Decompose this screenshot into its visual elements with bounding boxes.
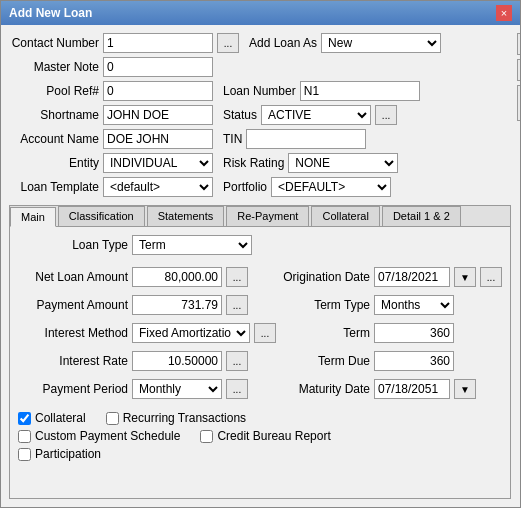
payment-amount-ellipsis[interactable]: ... (226, 295, 248, 315)
tab-collateral[interactable]: Collateral (311, 206, 379, 226)
window-title: Add New Loan (9, 6, 92, 20)
credit-bureau-label: Credit Bureau Report (217, 429, 330, 443)
loan-template-select[interactable]: <default> (103, 177, 213, 197)
add-loan-as-label: Add Loan As (249, 36, 317, 50)
interest-rate-input[interactable] (132, 351, 222, 371)
portfolio-label: Portfolio (223, 180, 267, 194)
recurring-transactions-checkbox[interactable] (106, 412, 119, 425)
status-select[interactable]: ACTIVE (261, 105, 371, 125)
loan-type-label: Loan Type (18, 238, 128, 252)
net-loan-amount-input[interactable] (132, 267, 222, 287)
status-label: Status (223, 108, 257, 122)
loan-type-select[interactable]: Term (132, 235, 252, 255)
recurring-transactions-label: Recurring Transactions (123, 411, 246, 425)
tin-input[interactable] (246, 129, 366, 149)
payment-period-label: Payment Period (18, 382, 128, 396)
main-tab-content: Loan Type Term Net Loan Amount ... (10, 227, 510, 498)
contact-number-input[interactable] (103, 33, 213, 53)
ok-button[interactable]: OK (517, 33, 520, 55)
contact-number-label: Contact Number (9, 36, 99, 50)
interest-method-label: Interest Method (18, 326, 128, 340)
maturity-date-cal[interactable]: ▼ (454, 379, 476, 399)
participation-checkbox[interactable] (18, 448, 31, 461)
loan-template-label: Loan Template (9, 180, 99, 194)
maturity-date-input[interactable] (374, 379, 450, 399)
master-note-label: Master Note (9, 60, 99, 74)
origination-date-input[interactable] (374, 267, 450, 287)
loan-number-input[interactable] (300, 81, 420, 101)
origination-date-cal[interactable]: ▼ (454, 267, 476, 287)
interest-method-ellipsis[interactable]: ... (254, 323, 276, 343)
term-type-select[interactable]: Months (374, 295, 454, 315)
entity-select[interactable]: INDIVIDUAL (103, 153, 213, 173)
participation-label: Participation (35, 447, 101, 461)
term-input[interactable] (374, 323, 454, 343)
risk-rating-label: Risk Rating (223, 156, 284, 170)
payment-amount-input[interactable] (132, 295, 222, 315)
payment-period-select[interactable]: Monthly (132, 379, 222, 399)
interest-rate-label: Interest Rate (18, 354, 128, 368)
account-name-input[interactable] (103, 129, 213, 149)
payment-amount-label: Payment Amount (18, 298, 128, 312)
payment-period-ellipsis[interactable]: ... (226, 379, 248, 399)
tab-main[interactable]: Main (10, 207, 56, 227)
tin-label: TIN (223, 132, 242, 146)
interest-rate-ellipsis[interactable]: ... (226, 351, 248, 371)
maturity-date-label: Maturity Date (280, 382, 370, 396)
risk-rating-select[interactable]: NONE (288, 153, 398, 173)
add-loan-as-select[interactable]: New (321, 33, 441, 53)
tab-classification[interactable]: Classification (58, 206, 145, 226)
credit-bureau-checkbox[interactable] (200, 430, 213, 443)
net-loan-amount-label: Net Loan Amount (18, 270, 128, 284)
tabs-header: Main Classification Statements Re-Paymen… (10, 206, 510, 227)
term-due-input[interactable] (374, 351, 454, 371)
entity-label: Entity (9, 156, 99, 170)
loan-number-label: Loan Number (223, 84, 296, 98)
tab-statements[interactable]: Statements (147, 206, 225, 226)
close-button[interactable]: × (496, 5, 512, 21)
term-type-label: Term Type (280, 298, 370, 312)
tab-detail[interactable]: Detail 1 & 2 (382, 206, 461, 226)
term-due-label: Term Due (280, 354, 370, 368)
master-note-input[interactable] (103, 57, 213, 77)
shortname-input[interactable] (103, 105, 213, 125)
status-ellipsis[interactable]: ... (375, 105, 397, 125)
collateral-check-label: Collateral (35, 411, 86, 425)
pool-ref-label: Pool Ref# (9, 84, 99, 98)
pool-ref-input[interactable] (103, 81, 213, 101)
portfolio-select[interactable]: <DEFAULT> (271, 177, 391, 197)
cancel-button[interactable]: Cancel (517, 59, 520, 81)
collateral-checkbox[interactable] (18, 412, 31, 425)
title-bar: Add New Loan × (1, 1, 520, 25)
origination-date-ellipsis[interactable]: ... (480, 267, 502, 287)
custom-payment-label: Custom Payment Schedule (35, 429, 180, 443)
custom-payment-checkbox[interactable] (18, 430, 31, 443)
term-label: Term (280, 326, 370, 340)
shortname-label: Shortname (9, 108, 99, 122)
origination-date-label: Origination Date (280, 270, 370, 284)
interest-method-select[interactable]: Fixed Amortization (132, 323, 250, 343)
account-name-label: Account Name (9, 132, 99, 146)
amort-sch-button[interactable]: Amort Sch (517, 85, 520, 121)
action-buttons: OK Cancel Amort Sch (517, 33, 520, 499)
add-new-loan-window: Add New Loan × Contact Number ... Add Lo… (0, 0, 521, 508)
contact-number-ellipsis[interactable]: ... (217, 33, 239, 53)
net-loan-ellipsis[interactable]: ... (226, 267, 248, 287)
tab-repayment[interactable]: Re-Payment (226, 206, 309, 226)
